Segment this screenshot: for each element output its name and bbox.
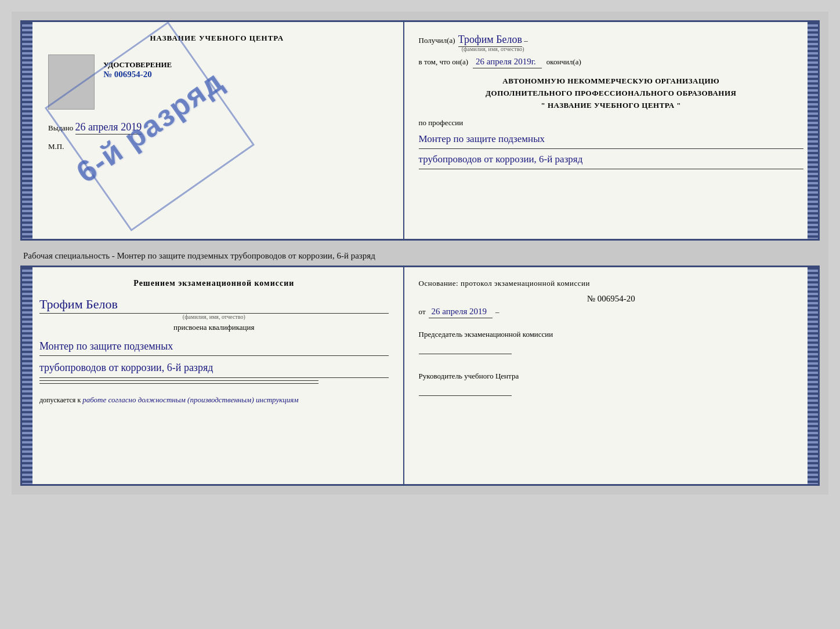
page-wrapper: НАЗВАНИЕ УЧЕБНОГО ЦЕНТРА УДОСТОВЕРЕНИЕ №…: [12, 12, 828, 495]
caption-text: Рабочая специальность - Монтер по защите…: [20, 246, 820, 266]
qual-line1: Монтер по защите подземных: [39, 337, 389, 356]
dopuskaetsya-line: допускается к работе согласно должностны…: [39, 395, 389, 405]
cert-top-right-panel: Получил(а) Трофим Белов – (фамилия, имя,…: [404, 22, 818, 239]
vydano-label: Выдано: [48, 123, 73, 132]
resheniem-label: Решением экзаменационной комиссии: [39, 279, 389, 288]
protocol-number: № 006954-20: [419, 294, 803, 304]
dopuskaetsya-label: допускается к: [39, 396, 81, 404]
org-name-top: НАЗВАНИЕ УЧЕБНОГО ЦЕНТРА: [48, 34, 386, 43]
bottom-name-sublabel: (фамилия, имя, отчество): [39, 314, 389, 320]
cert-top: НАЗВАНИЕ УЧЕБНОГО ЦЕНТРА УДОСТОВЕРЕНИЕ №…: [20, 20, 820, 241]
prisvoena-label: присвоена квалификация: [39, 323, 389, 332]
rukovoditel-label: Руководитель учебного Центра: [419, 372, 803, 381]
cert-number: № 006954-20: [103, 70, 386, 79]
dopuskaetsya-handwritten: работе согласно должностным (производств…: [82, 395, 298, 404]
ot-dash: –: [495, 307, 499, 317]
ot-label: от: [419, 307, 426, 317]
completion-date: 26 апреля 2019г.: [473, 57, 542, 68]
rukovoditel-block: Руководитель учебного Центра: [419, 372, 803, 396]
org-line1: АВТОНОМНУЮ НЕКОММЕРЧЕСКУЮ ОРГАНИЗАЦИЮ: [419, 75, 803, 88]
poluchil-line: Получил(а) Трофим Белов – (фамилия, имя,…: [419, 34, 803, 52]
okonchil-label: окончил(а): [546, 57, 581, 67]
predsedatel-block: Председатель экзаменационной комиссии: [419, 330, 803, 354]
bottom-name-handwritten: Трофим Белов: [39, 297, 389, 314]
vydano-date: 26 апреля 2019: [75, 121, 142, 134]
predsedatel-label: Председатель экзаменационной комиссии: [419, 330, 803, 339]
bottom-right-border: [808, 267, 818, 484]
photo-placeholder: [48, 54, 95, 110]
vtom-line: в том, что он(а) 26 апреля 2019г. окончи…: [419, 57, 803, 68]
protocol-date: 26 апреля 2019: [429, 307, 493, 318]
profession-line2: трубопроводов от коррозии, 6-й разряд: [419, 151, 803, 169]
cert-top-left-panel: НАЗВАНИЕ УЧЕБНОГО ЦЕНТРА УДОСТОВЕРЕНИЕ №…: [22, 22, 404, 239]
udostoverenie-block: УДОСТОВЕРЕНИЕ № 006954-20: [103, 60, 386, 79]
recipient-name: Трофим Белов: [458, 34, 522, 47]
right-border-decoration: [808, 22, 818, 239]
cert-bottom-left-panel: Решением экзаменационной комиссии Трофим…: [22, 267, 404, 484]
vtom-label: в том, что он(а): [419, 57, 469, 67]
vydano-line: Выдано 26 апреля 2019: [48, 121, 386, 133]
po-professii-label: по профессии: [419, 118, 803, 128]
name-block: Трофим Белов (фамилия, имя, отчество): [39, 297, 389, 320]
org-line2: ДОПОЛНИТЕЛЬНОГО ПРОФЕССИОНАЛЬНОГО ОБРАЗО…: [419, 88, 803, 100]
stamp-area: УДОСТОВЕРЕНИЕ № 006954-20: [48, 54, 386, 110]
udostoverenie-label: УДОСТОВЕРЕНИЕ: [103, 60, 386, 70]
osnovanie-label: Основание: протокол экзаменационной коми…: [419, 279, 803, 288]
cert-bottom-right-panel: Основание: протокол экзаменационной коми…: [404, 267, 818, 484]
rukovoditel-sign-line: [419, 395, 512, 396]
org-line3: " НАЗВАНИЕ УЧЕБНОГО ЦЕНТРА ": [419, 100, 803, 112]
ot-line: от 26 апреля 2019 –: [419, 307, 803, 318]
org-block: АВТОНОМНУЮ НЕКОММЕРЧЕСКУЮ ОРГАНИЗАЦИЮ ДО…: [419, 75, 803, 111]
poluchil-label: Получил(а): [419, 36, 455, 45]
qual-line2: трубопроводов от коррозии, 6-й разряд: [39, 358, 389, 377]
name-sublabel: (фамилия, имя, отчество): [458, 46, 528, 52]
profession-line1: Монтер по защите подземных: [419, 130, 803, 149]
predsedatel-sign-line: [419, 354, 512, 354]
cert-bottom: Решением экзаменационной комиссии Трофим…: [20, 266, 820, 486]
mp-line: М.П.: [48, 142, 386, 151]
